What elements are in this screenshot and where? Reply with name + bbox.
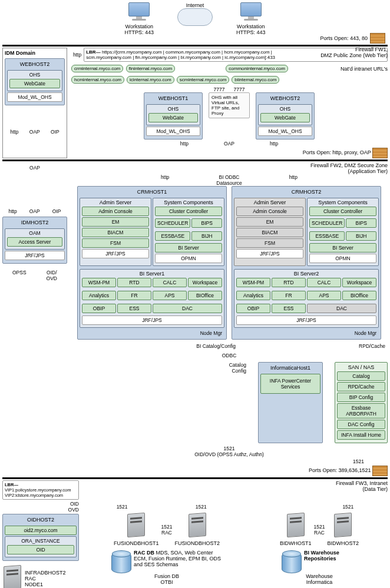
webhost2c-webgate: WebGate: [260, 113, 310, 122]
idm-oid-ovd: OID/ OVD: [47, 270, 57, 281]
webhost2c-title: WEBHOST2: [258, 95, 312, 103]
sannas-infa: INFA Install Home: [337, 430, 385, 440]
crm2-essbase: ESSBASE: [309, 231, 345, 241]
idmhost2-title: IDMHOST2: [5, 219, 65, 227]
lbr-top-row1: https://[crm.mycompany.com | common.myco…: [102, 49, 272, 55]
webhost1-webgate: WebGate: [148, 113, 198, 122]
bidwhost2-label: BIDWHOST2: [327, 540, 359, 546]
crm2-obip: OBIP: [236, 304, 270, 313]
webhost1-ohs: OHS: [148, 106, 198, 112]
idm-proto-oap: OAP: [29, 129, 40, 135]
url-crm: crminternal.myco.com: [71, 65, 123, 72]
natd-label: Nat'd intranet URL's: [341, 66, 388, 72]
crm2-jrf2: JRF/JPS: [236, 315, 376, 325]
crm2-sys-title: System Components: [309, 200, 376, 205]
ohs-note: OHS with all Virtual URLs, FTP site, and…: [209, 92, 250, 118]
url-hcm: hcminternal.myco.com: [71, 76, 124, 84]
ports-open-app: Ports Open: http, proxy, OAP: [303, 150, 371, 155]
idmhost2-jrf: JRF/JPS: [5, 251, 65, 260]
port1521-mid: 1521: [224, 446, 235, 451]
fw2-label: Firewall FW2, DMZ Secure Zone: [71, 162, 388, 168]
crm2-ess: ESS: [272, 304, 306, 313]
http-in-label: http: [73, 52, 81, 58]
crm2-fr: FR: [272, 291, 306, 300]
fusion-rac-port: 1521 RAC: [161, 524, 173, 536]
informatica-infa: INFA PowerCenter Services: [260, 374, 320, 394]
fusiondbhost1-label: FUSIONDBHOST1: [114, 540, 159, 546]
crm1-biacm: BIACM: [82, 228, 149, 237]
idm2-oap: OAP: [29, 208, 40, 214]
url-common: commoninternal.myco.com: [226, 65, 288, 72]
ovd-arrow: OVD: [2, 507, 79, 513]
fw2-sub: (Application Tier): [71, 168, 388, 174]
oidhost2-oid: OID: [7, 545, 74, 554]
port1521-b: 1521: [353, 459, 364, 464]
crm1-analytics: Analytics: [82, 291, 116, 300]
crm2-admin-console: Admin Console: [236, 207, 303, 216]
crm2-bioffice: BIOffice: [342, 291, 376, 300]
crm1-cluster: Cluster Controller: [155, 207, 222, 216]
crm1-aps: APS: [153, 291, 187, 300]
crm1-opmn: OPMN: [155, 254, 222, 263]
crm2-calc: CALC: [307, 278, 341, 287]
crm1-bioffice: BIOffice: [188, 291, 222, 300]
crm1-sys-title: System Components: [155, 200, 222, 205]
port1521-left: 1521: [117, 504, 128, 510]
ports-open-web: Ports Open: 443, 80: [320, 35, 368, 41]
crm2-opmn: OPMN: [309, 254, 376, 263]
proto-http-r: http: [270, 141, 278, 147]
proto-http-l: http: [180, 141, 189, 147]
bidwhost1-label: BIDWHOST1: [280, 540, 312, 546]
fusiondbhost2-icon: [187, 513, 207, 539]
oap-left-label: OAP: [29, 165, 40, 171]
crm1-dac: DAC: [153, 304, 222, 313]
fusion-otbi: OTBI: [111, 579, 222, 585]
idm-webhost2-mod: Mod_WL_OHS: [7, 92, 62, 102]
crm1-scheduler: SCHEDULER: [155, 218, 190, 228]
idm2-oip: OIP: [52, 208, 61, 214]
fusiondbhost2-label: FUSIONDBHOST2: [174, 540, 220, 546]
url-ic: icinternal.myco.com: [127, 76, 174, 84]
bidw-db-icon: [282, 550, 302, 573]
crm2-aps: APS: [307, 291, 341, 300]
crm2-wsmpm: WSM-PM: [236, 278, 270, 287]
bidw-informatica: Informatica: [280, 579, 359, 585]
fusion-port: 1521: [196, 504, 207, 510]
webhost1-title: WEBHOST1: [146, 95, 200, 103]
crm1-nodemgr: Node Mgr: [80, 329, 224, 337]
bidw-rac-port: 1521 RAC: [314, 524, 325, 536]
idm-proto-http: http: [10, 129, 18, 135]
informatica-title: InformaticaHost1: [260, 364, 320, 373]
internet-label: Internet: [177, 2, 213, 8]
crm2-dac: DAC: [307, 304, 376, 313]
crm2-analytics: Analytics: [236, 291, 270, 300]
ports-open-data: Ports Open: 389,636,1521: [309, 467, 371, 473]
firewall-fw3-icon: [372, 466, 388, 476]
crm1-ess: ESS: [117, 304, 151, 313]
workstation-left-label: Workstation: [124, 24, 154, 29]
crm2-cluster: Cluster Controller: [309, 207, 376, 216]
sannas-rpd: RPD/Cache: [337, 382, 385, 391]
lbr-vip1: VIP1:policystore.mycompany.com: [5, 487, 71, 493]
divider-fw2: [2, 160, 388, 161]
crm2-biservergrp: BI Server2: [236, 271, 376, 277]
lbr-top-title: LBR—: [86, 49, 100, 55]
crm1-fsm: FSM: [82, 238, 149, 248]
infra-rac: RAC: [25, 576, 66, 582]
bidwhost2-icon: [333, 513, 353, 539]
idm-domain-title: IDM Domain: [5, 50, 65, 56]
catalog-arrow-label: Catalog: [229, 362, 246, 368]
idm2-http: http: [9, 208, 17, 214]
infra-node: NODE1: [25, 582, 66, 587]
crm1-calc: CALC: [153, 278, 187, 287]
bi-odbc-label: BI ODBC Datasource: [216, 174, 242, 186]
crm1-em: EM: [82, 217, 149, 227]
fw3-label: Firewall FW3, Intranet: [82, 480, 388, 486]
firewall-fw1-icon: [370, 33, 385, 44]
oid-arrow: OID: [2, 501, 79, 507]
fusiondbhost1-icon: [126, 513, 146, 539]
crm2-em: EM: [236, 217, 303, 227]
crm1-biservergrp: BI Server1: [82, 271, 222, 277]
bidwhost1-icon: [286, 513, 306, 539]
crm2-bips: BIPS: [346, 218, 376, 228]
